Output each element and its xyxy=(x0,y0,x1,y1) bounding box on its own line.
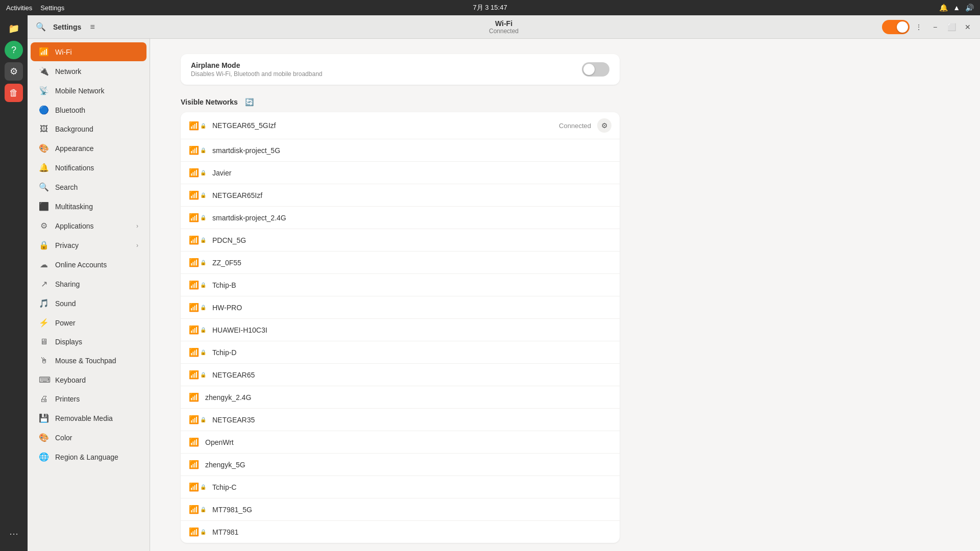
network-item-18[interactable]: 📶🔒MT7981 xyxy=(181,521,620,543)
displays-icon: 🖥 xyxy=(39,337,49,346)
restore-button[interactable]: ⬜ xyxy=(944,20,959,34)
sidebar-item-online-accounts[interactable]: ☁Online Accounts xyxy=(31,255,146,274)
airplane-toggle[interactable] xyxy=(582,62,609,77)
sidebar-item-sound[interactable]: 🎵Sound xyxy=(31,294,146,313)
taskbar-apps[interactable]: ⋯ xyxy=(5,524,23,543)
network-name-3: NETGEAR65Izf xyxy=(212,191,611,199)
wifi-signal-icon-12: 📶 xyxy=(189,392,199,402)
volume-icon[interactable]: 🔊 xyxy=(965,4,974,12)
network-item-2[interactable]: 📶🔒Javier xyxy=(181,162,620,184)
network-item-6[interactable]: 📶🔒ZZ_0F55 xyxy=(181,252,620,274)
lock-icon-3: 🔒 xyxy=(200,192,206,198)
wifi-status-icon[interactable]: ▲ xyxy=(953,4,960,12)
sidebar-label-multitasking: Multitasking xyxy=(55,203,93,211)
activities-label[interactable]: Activities xyxy=(6,4,32,12)
sidebar-item-network[interactable]: 🔌Network xyxy=(31,62,146,81)
network-name-16: Tchip-C xyxy=(212,483,611,491)
wifi-icon: 📶 xyxy=(39,47,49,57)
network-name-8: HW-PRO xyxy=(212,304,611,312)
visible-networks-header: Visible Networks 🔄 xyxy=(181,97,620,107)
titlebar-right: ⋮ − ⬜ ✕ xyxy=(882,20,980,34)
titlebar-left: 🔍 Settings ≡ xyxy=(28,19,150,35)
airplane-subtitle: Disables Wi-Fi, Bluetooth and mobile bro… xyxy=(191,70,322,78)
network-item-8[interactable]: 📶🔒HW-PRO xyxy=(181,296,620,319)
sidebar-item-removable-media[interactable]: 💾Removable Media xyxy=(31,409,146,428)
network-item-4[interactable]: 📶🔒smartdisk-project_2.4G xyxy=(181,207,620,229)
privacy-icon: 🔒 xyxy=(39,240,49,250)
close-button[interactable]: ✕ xyxy=(961,20,975,34)
lock-icon-6: 🔒 xyxy=(200,260,206,265)
wifi-signal-icon-13: 📶 xyxy=(189,415,199,424)
sidebar-item-mobile-network[interactable]: 📡Mobile Network xyxy=(31,81,146,100)
sidebar-item-background[interactable]: 🖼Background xyxy=(31,120,146,138)
app-name-label: Settings xyxy=(40,4,64,12)
sidebar-label-mouse-touchpad: Mouse & Touchpad xyxy=(55,357,116,365)
network-item-10[interactable]: 📶🔒Tchip-D xyxy=(181,341,620,364)
sidebar-item-color[interactable]: 🎨Color xyxy=(31,428,146,447)
sidebar-item-multitasking[interactable]: ⬛Multitasking xyxy=(31,197,146,216)
taskbar-trash[interactable]: 🗑 xyxy=(5,84,23,102)
sidebar-label-wifi: Wi-Fi xyxy=(55,48,72,56)
network-item-17[interactable]: 📶🔒MT7981_5G xyxy=(181,498,620,521)
wifi-signal-icon-3: 📶 xyxy=(189,190,199,200)
online-accounts-icon: ☁ xyxy=(39,260,49,269)
sidebar-menu-button[interactable]: ≡ xyxy=(85,20,100,34)
minimize-button[interactable]: − xyxy=(928,20,942,34)
sidebar-label-background: Background xyxy=(55,125,93,133)
network-item-14[interactable]: 📶OpenWrt xyxy=(181,431,620,454)
network-name-7: Tchip-B xyxy=(212,281,611,289)
sidebar-item-mouse-touchpad[interactable]: 🖱Mouse & Touchpad xyxy=(31,352,146,370)
power-icon: ⚡ xyxy=(39,318,49,328)
network-item-0[interactable]: 📶🔒NETGEAR65_5GIzfConnected⚙ xyxy=(181,112,620,139)
notification-icon[interactable]: 🔔 xyxy=(939,4,948,12)
wifi-signal-icon-8: 📶 xyxy=(189,303,199,312)
sidebar-item-printers[interactable]: 🖨Printers xyxy=(31,390,146,408)
titlebar-app-name: Settings xyxy=(53,23,81,31)
sidebar-item-applications[interactable]: ⚙Applications› xyxy=(31,216,146,235)
wifi-signal-icon-4: 📶 xyxy=(189,213,199,222)
network-item-11[interactable]: 📶🔒NETGEAR65 xyxy=(181,364,620,386)
networks-list: 📶🔒NETGEAR65_5GIzfConnected⚙📶🔒smartdisk-p… xyxy=(181,112,620,543)
airplane-info: Airplane Mode Disables Wi-Fi, Bluetooth … xyxy=(191,61,322,78)
network-gear-button-0[interactable]: ⚙ xyxy=(597,118,611,133)
top-bar-right: 🔔 ▲ 🔊 xyxy=(939,4,974,12)
region-language-icon: 🌐 xyxy=(39,452,49,462)
network-item-16[interactable]: 📶🔒Tchip-C xyxy=(181,476,620,498)
sidebar-item-notifications[interactable]: 🔔Notifications xyxy=(31,158,146,177)
sharing-icon: ↗ xyxy=(39,279,49,289)
network-item-9[interactable]: 📶🔒HUAWEI-H10C3I xyxy=(181,319,620,341)
sidebar-item-keyboard[interactable]: ⌨Keyboard xyxy=(31,370,146,389)
lock-icon-18: 🔒 xyxy=(200,529,206,535)
sidebar-item-appearance[interactable]: 🎨Appearance xyxy=(31,139,146,158)
sidebar-item-wifi[interactable]: 📶Wi-Fi xyxy=(31,42,146,61)
wifi-toggle[interactable] xyxy=(882,20,910,34)
taskbar-files[interactable]: 📁 xyxy=(5,19,23,38)
wifi-signal-icon-1: 📶 xyxy=(189,145,199,155)
top-bar: Activities Settings 7月 3 15:47 🔔 ▲ 🔊 xyxy=(0,0,980,15)
network-item-1[interactable]: 📶🔒smartdisk-project_5G xyxy=(181,139,620,162)
network-item-13[interactable]: 📶🔒NETGEAR35 xyxy=(181,409,620,431)
sidebar-item-displays[interactable]: 🖥Displays xyxy=(31,333,146,351)
sidebar-item-power[interactable]: ⚡Power xyxy=(31,313,146,332)
search-button[interactable]: 🔍 xyxy=(33,19,49,35)
sidebar-item-sharing[interactable]: ↗Sharing xyxy=(31,274,146,293)
sidebar-item-bluetooth[interactable]: 🔵Bluetooth xyxy=(31,101,146,119)
taskbar-help[interactable]: ? xyxy=(5,41,23,59)
wifi-signal-icon-2: 📶 xyxy=(189,168,199,178)
menu-button[interactable]: ⋮ xyxy=(912,20,926,34)
sidebar-item-region-language[interactable]: 🌐Region & Language xyxy=(31,447,146,466)
sidebar-item-privacy[interactable]: 🔒Privacy› xyxy=(31,236,146,255)
wifi-signal-icon-11: 📶 xyxy=(189,370,199,380)
network-item-12[interactable]: 📶zhengyk_2.4G xyxy=(181,386,620,409)
network-item-3[interactable]: 📶🔒NETGEAR65Izf xyxy=(181,184,620,207)
window-titlebar: 🔍 Settings ≡ Wi-Fi Connected ⋮ − ⬜ ✕ xyxy=(28,15,980,39)
network-item-15[interactable]: 📶zhengyk_5G xyxy=(181,454,620,476)
sidebar-label-power: Power xyxy=(55,319,76,327)
network-item-5[interactable]: 📶🔒PDCN_5G xyxy=(181,229,620,252)
lock-icon-9: 🔒 xyxy=(200,327,206,333)
wifi-signal-icon-0: 📶 xyxy=(189,121,199,131)
refresh-networks-button[interactable]: 🔄 xyxy=(243,97,256,107)
taskbar-settings[interactable]: ⚙ xyxy=(5,62,23,81)
network-item-7[interactable]: 📶🔒Tchip-B xyxy=(181,274,620,296)
sidebar-item-search[interactable]: 🔍Search xyxy=(31,178,146,196)
